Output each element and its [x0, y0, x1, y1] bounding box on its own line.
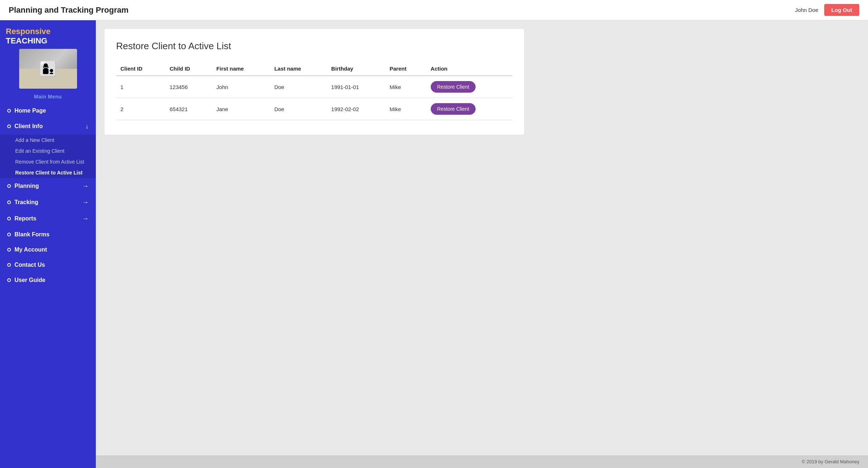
table-header: Client ID Child ID First name Last name …: [116, 62, 512, 76]
arrow-right-icon: →: [82, 199, 89, 206]
sidebar-item-client-info[interactable]: Client Info ↓: [0, 118, 96, 135]
table-cell: Mike: [385, 98, 426, 120]
col-first-name: First name: [212, 62, 270, 76]
chevron-down-icon: ↓: [85, 123, 89, 130]
sidebar-label-tracking: Tracking: [14, 199, 38, 206]
col-client-id: Client ID: [116, 62, 165, 76]
bullet-icon: [7, 125, 11, 128]
content-card: Restore Client to Active List Client ID …: [105, 29, 524, 135]
bullet-icon: [7, 217, 11, 220]
sidebar-label-my-account: My Account: [14, 246, 47, 253]
restore-client-button-2[interactable]: Restore Client: [431, 103, 476, 115]
page-title: Planning and Tracking Program: [9, 5, 128, 15]
arrow-right-icon: →: [82, 215, 89, 223]
sidebar-label-home: Home Page: [14, 107, 46, 114]
sidebar-menu-label: Main Menu: [0, 92, 96, 103]
bullet-icon: [7, 263, 11, 267]
col-action: Action: [426, 62, 512, 76]
bullet-icon: [7, 233, 11, 236]
col-birthday: Birthday: [327, 62, 385, 76]
sidebar-item-remove-client[interactable]: Remove Client from Active List: [15, 156, 96, 167]
layout: Responsive TEACHING Main Menu Home Page …: [0, 20, 868, 468]
brand-teaching: TEACHING: [6, 36, 47, 45]
sidebar-nav: Home Page Client Info ↓ Add a New Client…: [0, 103, 96, 292]
sidebar-label-reports: Reports: [14, 215, 36, 222]
sidebar-label-client-info: Client Info: [14, 123, 43, 130]
content-heading: Restore Client to Active List: [116, 41, 512, 52]
sidebar-label-user-guide: User Guide: [14, 277, 45, 283]
arrow-right-icon: →: [82, 182, 89, 190]
action-cell: Restore Client: [426, 76, 512, 98]
header-right: John Doe Log Out: [795, 4, 859, 16]
sidebar-item-contact-us[interactable]: Contact Us: [0, 257, 96, 273]
table-wrapper: Client ID Child ID First name Last name …: [116, 62, 512, 120]
col-last-name: Last name: [270, 62, 327, 76]
table-cell: John: [212, 76, 270, 98]
restore-client-button-1[interactable]: Restore Client: [431, 81, 476, 93]
sidebar-label-contact-us: Contact Us: [14, 262, 45, 268]
sidebar-image: [19, 49, 77, 89]
sidebar: Responsive TEACHING Main Menu Home Page …: [0, 20, 96, 468]
sidebar-item-reports[interactable]: Reports →: [0, 211, 96, 227]
table-header-row: Client ID Child ID First name Last name …: [116, 62, 512, 76]
main-content: Restore Client to Active List Client ID …: [96, 20, 868, 455]
sidebar-image-placeholder: [19, 49, 77, 89]
col-parent: Parent: [385, 62, 426, 76]
table-cell: Doe: [270, 76, 327, 98]
sidebar-item-my-account[interactable]: My Account: [0, 242, 96, 257]
table-row: 2654321JaneDoe1992-02-02MikeRestore Clie…: [116, 98, 512, 120]
sidebar-item-planning[interactable]: Planning →: [0, 178, 96, 194]
table-cell: 1991-01-01: [327, 76, 385, 98]
bullet-icon: [7, 184, 11, 188]
bullet-icon: [7, 201, 11, 204]
brand-logo: Responsive TEACHING: [0, 20, 96, 49]
bullet-icon: [7, 248, 11, 252]
sidebar-item-restore-client[interactable]: Restore Client to Active List: [15, 167, 96, 178]
table-body: 1123456JohnDoe1991-01-01MikeRestore Clie…: [116, 76, 512, 120]
client-info-submenu: Add a New Client Edit an Existing Client…: [0, 135, 96, 178]
table-cell: 1: [116, 76, 165, 98]
table-cell: 123456: [165, 76, 212, 98]
footer: © 2019 by Gerald Mahoney: [96, 455, 868, 468]
table-row: 1123456JohnDoe1991-01-01MikeRestore Clie…: [116, 76, 512, 98]
table-cell: Jane: [212, 98, 270, 120]
sidebar-label-planning: Planning: [14, 183, 39, 189]
sidebar-item-blank-forms[interactable]: Blank Forms: [0, 227, 96, 242]
header: Planning and Tracking Program John Doe L…: [0, 0, 868, 20]
sidebar-item-tracking[interactable]: Tracking →: [0, 194, 96, 211]
sidebar-item-add-client[interactable]: Add a New Client: [15, 135, 96, 146]
logout-button[interactable]: Log Out: [824, 4, 859, 16]
sidebar-item-user-guide[interactable]: User Guide: [0, 273, 96, 288]
action-cell: Restore Client: [426, 98, 512, 120]
table-cell: 2: [116, 98, 165, 120]
username-label: John Doe: [795, 7, 818, 13]
sidebar-label-blank-forms: Blank Forms: [14, 231, 50, 238]
table-cell: 1992-02-02: [327, 98, 385, 120]
sidebar-item-edit-client[interactable]: Edit an Existing Client: [15, 146, 96, 156]
table-cell: 654321: [165, 98, 212, 120]
brand-responsive: Responsive: [6, 27, 51, 36]
table-cell: Mike: [385, 76, 426, 98]
col-child-id: Child ID: [165, 62, 212, 76]
copyright-text: © 2019 by Gerald Mahoney: [802, 459, 859, 464]
clients-table: Client ID Child ID First name Last name …: [116, 62, 512, 120]
table-cell: Doe: [270, 98, 327, 120]
sidebar-item-home[interactable]: Home Page: [0, 103, 96, 118]
bullet-icon: [7, 109, 11, 113]
bullet-icon: [7, 278, 11, 282]
